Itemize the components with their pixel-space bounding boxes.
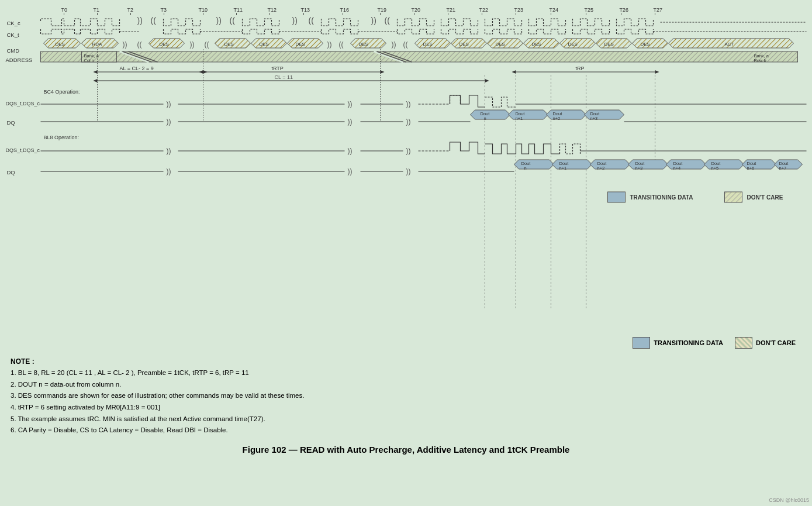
svg-text:((: (( xyxy=(403,40,408,49)
svg-marker-150 xyxy=(509,110,548,119)
svg-text:DON'T CARE: DON'T CARE xyxy=(747,194,783,201)
svg-text:Col n: Col n xyxy=(84,58,95,63)
svg-marker-181 xyxy=(552,160,592,169)
svg-text:T11: T11 xyxy=(234,7,243,13)
svg-text:CMD: CMD xyxy=(7,47,20,54)
svg-text:T1: T1 xyxy=(94,7,100,13)
svg-text:((: (( xyxy=(309,16,315,25)
svg-text:n: n xyxy=(524,166,527,171)
svg-text:DES: DES xyxy=(641,42,650,47)
svg-text:T13: T13 xyxy=(301,7,310,13)
timing-diagram: T0 T1 T2 T3 T10 T11 T12 T13 T16 T19 T20 … xyxy=(5,5,807,332)
legend-area: TRANSITIONING DATA DON'T CARE xyxy=(5,337,796,349)
svg-text:((: (( xyxy=(151,16,157,25)
svg-text:)): )) xyxy=(406,167,411,175)
svg-rect-209 xyxy=(725,192,742,202)
svg-text:)): )) xyxy=(123,40,127,49)
note-line-1: 1. BL = 8, RL = 20 (CL = 11 , AL = CL- 2… xyxy=(11,367,801,379)
watermark: CSDN @hlc0015 xyxy=(769,497,809,503)
svg-text:n+5: n+5 xyxy=(711,166,719,171)
svg-text:)): )) xyxy=(137,16,143,25)
svg-text:n+3: n+3 xyxy=(635,166,643,171)
notes-section: NOTE : 1. BL = 8, RL = 20 (CL = 11 , AL … xyxy=(5,353,807,439)
svg-rect-207 xyxy=(608,192,626,202)
svg-text:)): )) xyxy=(348,147,353,155)
svg-marker-86 xyxy=(596,39,632,48)
note-line-5: 5. The example assumes tRC. MIN is satis… xyxy=(11,414,801,425)
svg-marker-76 xyxy=(415,39,451,48)
svg-marker-184 xyxy=(590,160,630,169)
svg-text:AL = CL- 2 = 9: AL = CL- 2 = 9 xyxy=(120,66,154,71)
svg-text:((: (( xyxy=(205,40,209,49)
svg-marker-72 xyxy=(351,39,386,48)
svg-marker-187 xyxy=(628,160,668,169)
svg-text:)): )) xyxy=(406,118,411,126)
note-line-3: 3. DES commands are shown for ease of il… xyxy=(11,390,801,402)
svg-text:DES: DES xyxy=(496,42,505,47)
svg-text:DES: DES xyxy=(296,42,305,47)
svg-text:T2: T2 xyxy=(127,7,134,13)
svg-text:T23: T23 xyxy=(514,7,524,13)
svg-text:DES: DES xyxy=(423,42,433,47)
svg-text:TRANSITIONING DATA: TRANSITIONING DATA xyxy=(630,194,693,201)
svg-text:T24: T24 xyxy=(550,7,559,13)
svg-text:T22: T22 xyxy=(479,7,489,13)
svg-text:DQ: DQ xyxy=(7,119,15,126)
svg-text:DES: DES xyxy=(604,42,614,47)
svg-text:n: n xyxy=(484,116,486,121)
svg-text:T27: T27 xyxy=(654,7,663,13)
svg-text:n+1: n+1 xyxy=(559,166,567,171)
svg-text:T20: T20 xyxy=(412,7,421,13)
svg-marker-88 xyxy=(633,39,668,48)
svg-text:((: (( xyxy=(385,16,391,25)
note-line-2: 2. DOUT n = data-out from column n. xyxy=(11,379,801,391)
svg-text:tRP: tRP xyxy=(576,66,585,71)
svg-text:DES: DES xyxy=(359,42,368,47)
svg-marker-82 xyxy=(524,39,559,48)
svg-text:n+1: n+1 xyxy=(516,116,523,121)
legend-dontcare: DON'T CARE xyxy=(735,337,796,349)
svg-text:CL = 11: CL = 11 xyxy=(275,74,293,80)
svg-text:)): )) xyxy=(348,100,353,108)
svg-text:)): )) xyxy=(327,40,332,49)
svg-text:RDA: RDA xyxy=(92,42,103,47)
svg-text:DES: DES xyxy=(160,42,169,47)
svg-text:DES: DES xyxy=(56,42,65,47)
svg-text:DES: DES xyxy=(532,42,541,47)
note-title: NOTE : xyxy=(11,356,801,367)
svg-text:)): )) xyxy=(348,118,353,126)
svg-text:T12: T12 xyxy=(268,7,277,13)
svg-marker-84 xyxy=(560,39,596,48)
svg-marker-80 xyxy=(488,39,523,48)
svg-text:)): )) xyxy=(348,167,353,175)
svg-text:)): )) xyxy=(167,100,171,108)
svg-text:DES: DES xyxy=(568,42,578,47)
svg-text:T26: T26 xyxy=(620,7,629,13)
svg-text:ADDRESS: ADDRESS xyxy=(6,57,33,63)
svg-text:DES: DES xyxy=(260,42,269,47)
svg-text:n+2: n+2 xyxy=(597,166,605,171)
svg-text:DES: DES xyxy=(459,42,469,47)
svg-marker-193 xyxy=(704,160,744,169)
svg-marker-68 xyxy=(288,39,323,48)
note-line-6: 6. CA Parity = Disable, CS to CA Latency… xyxy=(11,425,801,436)
svg-text:tRTP: tRTP xyxy=(272,66,284,71)
svg-text:Row b: Row b xyxy=(754,58,766,63)
note-line-4: 4. tRTP = 6 setting activated by MR0[A11… xyxy=(11,402,801,414)
svg-marker-78 xyxy=(451,39,487,48)
svg-text:n+4: n+4 xyxy=(673,166,681,171)
svg-marker-147 xyxy=(471,110,510,119)
svg-text:((: (( xyxy=(230,16,236,25)
svg-text:)): )) xyxy=(406,147,411,155)
svg-text:T10: T10 xyxy=(199,7,208,13)
svg-text:)): )) xyxy=(190,40,195,49)
legend-transitioning-label: TRANSITIONING DATA xyxy=(654,339,723,346)
svg-text:ACT: ACT xyxy=(725,42,734,47)
svg-marker-178 xyxy=(514,160,554,169)
svg-text:BC4 Operation:: BC4 Operation: xyxy=(44,89,80,95)
svg-text:n+6: n+6 xyxy=(747,166,755,171)
svg-text:)): )) xyxy=(167,167,171,175)
legend-box-blue xyxy=(633,337,650,349)
svg-text:((: (( xyxy=(339,40,344,49)
svg-text:T21: T21 xyxy=(447,7,456,13)
